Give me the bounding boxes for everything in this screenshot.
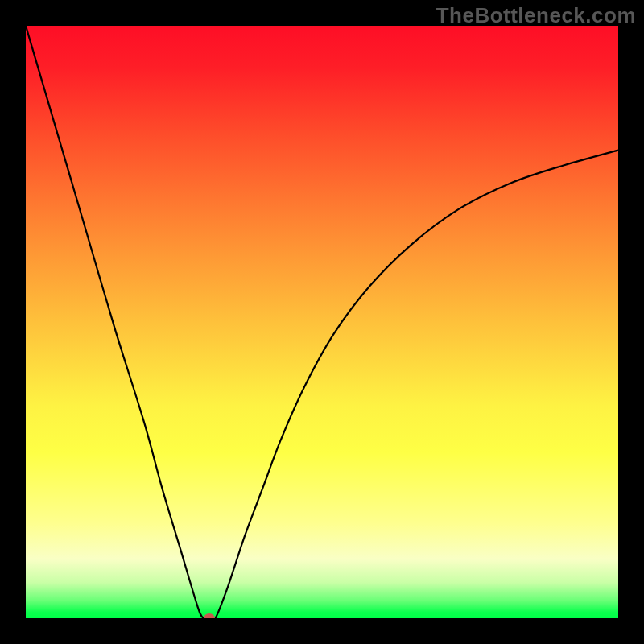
curve-svg: [26, 26, 618, 618]
bottleneck-curve: [26, 26, 618, 618]
plot-area: [26, 26, 618, 618]
chart-frame: TheBottleneck.com: [0, 0, 644, 644]
marker-dot: [204, 613, 215, 618]
watermark-text: TheBottleneck.com: [436, 3, 636, 28]
